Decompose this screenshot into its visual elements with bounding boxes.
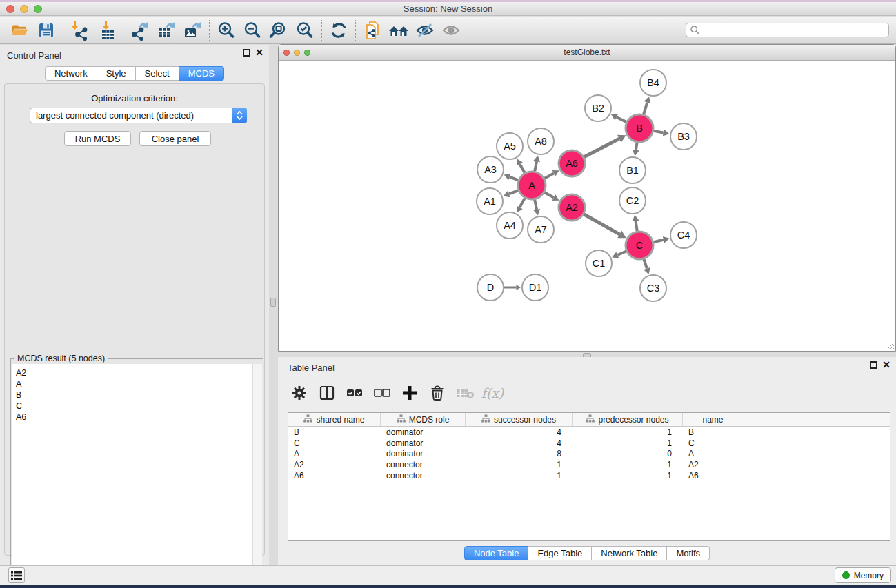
- table-row[interactable]: Adominator80A: [288, 449, 890, 460]
- tab-mcds[interactable]: MCDS: [179, 66, 224, 81]
- delete-columns-icon[interactable]: [426, 381, 449, 405]
- table-cell[interactable]: A6: [683, 470, 743, 481]
- table-cell[interactable]: 1: [573, 427, 683, 438]
- table-cell[interactable]: connector: [381, 459, 466, 470]
- vertical-divider-handle[interactable]: [270, 298, 276, 307]
- zoom-in-icon[interactable]: [213, 19, 239, 42]
- result-list-item[interactable]: A: [16, 378, 253, 389]
- minimize-window-icon[interactable]: [294, 50, 300, 56]
- run-mcds-button[interactable]: Run MCDS: [64, 131, 131, 146]
- table-cell[interactable]: 1: [573, 459, 683, 470]
- table-cell[interactable]: 1: [573, 470, 683, 481]
- export-image-icon[interactable]: [179, 19, 206, 42]
- table-cell[interactable]: B: [288, 427, 381, 438]
- table-cell[interactable]: 1: [573, 438, 683, 449]
- column-header-MCDS-role[interactable]: MCDS role: [381, 413, 466, 426]
- mcds-result-list[interactable]: A2ABCA6: [12, 364, 253, 588]
- edge-A-A6[interactable]: [544, 173, 554, 178]
- edge-A-A1[interactable]: [509, 190, 518, 194]
- result-list-scrollbar[interactable]: [252, 364, 262, 588]
- close-panel-icon[interactable]: ✕: [255, 49, 263, 57]
- delete-table-icon[interactable]: [453, 381, 477, 405]
- edge-A2-C[interactable]: [584, 214, 619, 234]
- table-cell[interactable]: dominator: [381, 438, 466, 449]
- search-field[interactable]: [686, 23, 889, 37]
- show-all-icon[interactable]: [438, 19, 464, 42]
- float-panel-icon[interactable]: [870, 361, 877, 369]
- table-row[interactable]: A2connector11A2: [288, 459, 890, 470]
- result-list-item[interactable]: B: [16, 389, 253, 401]
- network-window-titlebar[interactable]: testGlobe.txt: [279, 45, 895, 61]
- table-cell[interactable]: A: [683, 449, 743, 460]
- search-input[interactable]: [700, 26, 879, 35]
- close-panel-icon[interactable]: ✕: [882, 361, 890, 369]
- zoom-window-icon[interactable]: [304, 50, 310, 56]
- table-cell[interactable]: dominator: [381, 427, 466, 438]
- select-all-icon[interactable]: [343, 381, 366, 405]
- memory-button[interactable]: Memory: [835, 567, 891, 583]
- export-table-icon[interactable]: [153, 19, 179, 42]
- add-column-icon[interactable]: [398, 381, 421, 405]
- edge-A-A5[interactable]: [520, 164, 525, 173]
- zoom-selected-icon[interactable]: [292, 19, 318, 42]
- open-session-icon[interactable]: [7, 19, 33, 42]
- edge-A-A3[interactable]: [510, 177, 519, 181]
- edge-A-A7[interactable]: [535, 200, 537, 210]
- refresh-network-view-icon[interactable]: [326, 19, 352, 42]
- edge-A6-B[interactable]: [584, 139, 619, 157]
- minimize-window-icon[interactable]: [20, 5, 28, 13]
- table-cell[interactable]: 1: [466, 459, 573, 470]
- result-list-item[interactable]: A6: [16, 412, 253, 423]
- save-session-icon[interactable]: [33, 19, 59, 42]
- new-network-from-selection-icon[interactable]: [359, 19, 386, 42]
- tab-style[interactable]: Style: [97, 66, 136, 81]
- import-network-from-file-icon[interactable]: [67, 19, 93, 42]
- table-row[interactable]: Cdominator41C: [288, 438, 890, 449]
- tab-edge-table[interactable]: Edge Table: [528, 546, 592, 560]
- table-options-gear-icon[interactable]: [288, 381, 311, 405]
- table-cell[interactable]: 0: [573, 449, 683, 460]
- tab-motifs[interactable]: Motifs: [667, 546, 710, 560]
- table-cell[interactable]: [743, 470, 890, 481]
- zoom-out-icon[interactable]: [239, 19, 266, 42]
- table-cell[interactable]: A2: [288, 459, 381, 470]
- hide-selected-icon[interactable]: [412, 19, 438, 42]
- float-panel-icon[interactable]: [243, 49, 250, 57]
- table-cell[interactable]: 1: [466, 470, 573, 481]
- edge-C-C4[interactable]: [653, 240, 664, 242]
- show-columns-icon[interactable]: [315, 381, 339, 405]
- result-list-item[interactable]: A2: [16, 367, 253, 378]
- table-cell[interactable]: C: [683, 438, 743, 449]
- edge-C-C3[interactable]: [644, 259, 646, 269]
- criterion-dropdown[interactable]: largest connected component (directed): [30, 108, 247, 123]
- table-cell[interactable]: B: [683, 427, 743, 438]
- table-cell[interactable]: [743, 427, 890, 438]
- edge-B-B1[interactable]: [636, 143, 637, 150]
- network-canvas[interactable]: AA1A2A3A4A5A6A7A8BB1B2B3B4CC1C2C3C4DD1: [279, 61, 895, 351]
- edge-B-B4[interactable]: [644, 103, 647, 114]
- table-cell[interactable]: A: [288, 449, 381, 460]
- edge-A-A4[interactable]: [519, 198, 524, 207]
- node-table[interactable]: shared nameMCDS rolesuccessor nodesprede…: [288, 412, 890, 541]
- edge-A-A8[interactable]: [535, 161, 537, 171]
- result-list-item[interactable]: C: [16, 401, 253, 412]
- table-cell[interactable]: 8: [466, 449, 573, 460]
- column-header-successor-nodes[interactable]: successor nodes: [466, 413, 573, 426]
- edge-C-C1[interactable]: [617, 251, 626, 255]
- column-header-predecessor-nodes[interactable]: predecessor nodes: [573, 413, 683, 426]
- edge-C-C2[interactable]: [636, 221, 637, 231]
- edge-A-A2[interactable]: [544, 192, 554, 197]
- tab-select[interactable]: Select: [136, 66, 179, 81]
- table-cell[interactable]: [743, 449, 890, 460]
- table-cell[interactable]: A2: [683, 459, 743, 470]
- table-cell[interactable]: dominator: [381, 449, 466, 460]
- table-cell[interactable]: [743, 438, 890, 449]
- table-cell[interactable]: [743, 459, 890, 470]
- column-header-shared-name[interactable]: shared name: [288, 413, 381, 426]
- deselect-all-icon[interactable]: [370, 381, 394, 405]
- first-neighbors-icon[interactable]: [386, 19, 412, 42]
- table-cell[interactable]: 4: [466, 427, 573, 438]
- tab-node-table[interactable]: Node Table: [464, 546, 529, 560]
- close-window-icon[interactable]: [283, 50, 290, 56]
- tab-network-table[interactable]: Network Table: [592, 546, 667, 560]
